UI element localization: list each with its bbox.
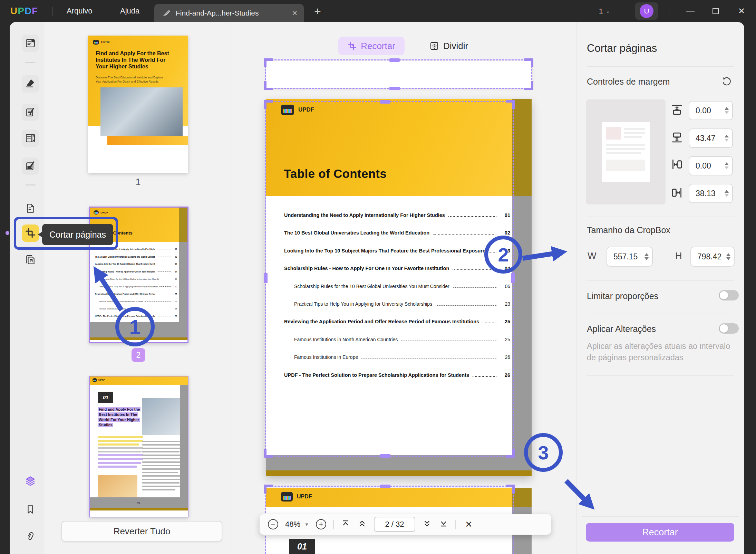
- divider: [25, 62, 36, 63]
- zoom-in-button[interactable]: +: [316, 519, 326, 529]
- organize-pages-icon[interactable]: [22, 130, 39, 147]
- crop-corner-handle[interactable]: [524, 81, 533, 90]
- split-icon: [429, 41, 439, 51]
- reset-margins-icon[interactable]: [721, 76, 732, 88]
- crop-icon: [348, 41, 357, 50]
- spinner-arrows[interactable]: [725, 107, 729, 114]
- menu-arquivo[interactable]: Arquivo: [67, 0, 93, 22]
- maximize-button[interactable]: [707, 0, 724, 22]
- spinner-arrows[interactable]: [725, 135, 729, 142]
- crop-edge-handle[interactable]: [264, 273, 268, 283]
- spinner-arrows[interactable]: [644, 253, 649, 260]
- edit-icon[interactable]: [22, 104, 39, 121]
- divider: [587, 375, 734, 376]
- cropbox-height-value: 798.42: [697, 252, 721, 261]
- purple-dot: [6, 231, 9, 235]
- minimize-button[interactable]: —: [682, 0, 699, 22]
- thumbnail-page-3[interactable]: UPDF 01 Find and Apply For the Best Inst…: [89, 376, 188, 517]
- thumb1-photo: [100, 87, 183, 136]
- margin-preview: [586, 99, 666, 204]
- crop-corner-handle[interactable]: [264, 449, 273, 458]
- page-tools-icon[interactable]: [22, 200, 39, 217]
- margin-left-input[interactable]: 0.00: [689, 156, 733, 175]
- limit-proportions-label: Limitar proporções: [587, 291, 658, 301]
- page-indicator-input[interactable]: 2 / 32: [374, 517, 415, 532]
- layers-icon[interactable]: [22, 472, 39, 490]
- zoom-out-button[interactable]: −: [268, 519, 278, 529]
- apply-changes-toggle[interactable]: [719, 323, 739, 334]
- crop-corner-handle[interactable]: [264, 81, 273, 90]
- limit-proportions-toggle[interactable]: [719, 290, 739, 300]
- account-button[interactable]: U: [635, 2, 658, 20]
- cropbox-width-value: 557.15: [613, 252, 638, 261]
- step3-number: 3: [538, 441, 549, 464]
- crop-pages-icon[interactable]: [22, 225, 39, 242]
- highlighter-icon[interactable]: [22, 75, 39, 93]
- crop-edge-handle[interactable]: [389, 87, 400, 90]
- new-tab-button[interactable]: +: [310, 3, 325, 19]
- crop-selection-page2[interactable]: [265, 101, 514, 457]
- first-page-button[interactable]: [341, 519, 350, 530]
- crop-edge-handle[interactable]: [511, 273, 515, 283]
- thumb1-logo: UPDF: [101, 40, 110, 44]
- spinner-arrows[interactable]: [725, 190, 729, 197]
- page2-page-edge: [266, 470, 532, 476]
- extract-pages-icon[interactable]: [22, 251, 39, 269]
- crop-edge-handle[interactable]: [380, 485, 390, 488]
- menu-ajuda[interactable]: Ajuda: [120, 0, 139, 22]
- reader-icon[interactable]: [22, 35, 39, 52]
- tab-close-icon[interactable]: ✕: [292, 9, 298, 17]
- crop-corner-handle[interactable]: [524, 58, 533, 67]
- thumb2-dim-right-top: [179, 208, 187, 242]
- cropbox-width-input[interactable]: 557.15: [607, 247, 653, 267]
- window-count-dropdown[interactable]: 1 ⌄: [599, 0, 610, 22]
- divider: [669, 7, 669, 16]
- crop-corner-handle[interactable]: [264, 100, 273, 109]
- margin-right-input[interactable]: 38.13: [689, 184, 733, 203]
- crop-corner-handle[interactable]: [506, 485, 515, 494]
- crop-corner-handle[interactable]: [264, 58, 273, 67]
- step2-number: 2: [498, 243, 508, 266]
- tab-recortar[interactable]: Recortar: [338, 37, 405, 55]
- margin-top-value: 0.00: [696, 106, 711, 115]
- thumbnail-page-1[interactable]: UPDF Find and Apply For the Best Institu…: [88, 36, 188, 173]
- margin-top-input[interactable]: 0.00: [689, 101, 733, 120]
- thumb1-accent: [107, 136, 188, 145]
- thumb3-number-badge: 01: [98, 392, 113, 403]
- divider: [231, 22, 231, 554]
- cropbox-height-input[interactable]: 798.42: [690, 247, 735, 267]
- crop-confirm-button[interactable]: Recortar: [586, 523, 734, 542]
- thumb1-subtitle: Discover The Best Educational Institute …: [96, 76, 166, 84]
- spinner-arrows[interactable]: [725, 162, 729, 169]
- next-page-button[interactable]: [422, 519, 432, 530]
- margin-bottom-input[interactable]: 43.47: [689, 128, 733, 148]
- thumb2-page-badge: 2: [132, 348, 145, 362]
- close-crop-mode-button[interactable]: ✕: [465, 519, 473, 530]
- close-button[interactable]: ✕: [731, 0, 752, 22]
- fill-sign-icon[interactable]: [22, 157, 39, 175]
- revert-all-button[interactable]: Reverter Tudo: [61, 521, 222, 542]
- step2-circle: 2: [484, 236, 522, 274]
- crop-corner-handle[interactable]: [264, 485, 273, 494]
- crop-corner-handle[interactable]: [506, 100, 515, 109]
- tooltip-label: Cortar páginas: [49, 230, 106, 240]
- tab-dividir[interactable]: Dividir: [420, 37, 477, 55]
- last-page-button[interactable]: [439, 519, 448, 530]
- bookmark-icon[interactable]: [22, 501, 39, 518]
- thumb2-dim-right: [179, 242, 187, 322]
- crop-edge-handle[interactable]: [389, 58, 400, 62]
- crop-edge-handle[interactable]: [380, 454, 390, 458]
- divider: [587, 280, 734, 281]
- thumb3-dim-right: [180, 385, 188, 497]
- crop-edge-handle[interactable]: [380, 100, 390, 104]
- previous-page-button[interactable]: [357, 519, 367, 530]
- document-tab[interactable]: Find-and-Ap...her-Studies ✕: [154, 4, 304, 22]
- zoom-level[interactable]: 48%: [285, 520, 300, 529]
- step3-arrow: [561, 476, 608, 519]
- spinner-arrows[interactable]: [726, 253, 730, 260]
- zoom-dropdown-icon[interactable]: ▼: [304, 522, 309, 527]
- thumb3-logo: UPDF: [98, 379, 105, 381]
- attachment-icon[interactable]: [22, 528, 39, 545]
- page2-dim-right-top: [512, 99, 532, 196]
- crop-corner-handle[interactable]: [506, 449, 515, 458]
